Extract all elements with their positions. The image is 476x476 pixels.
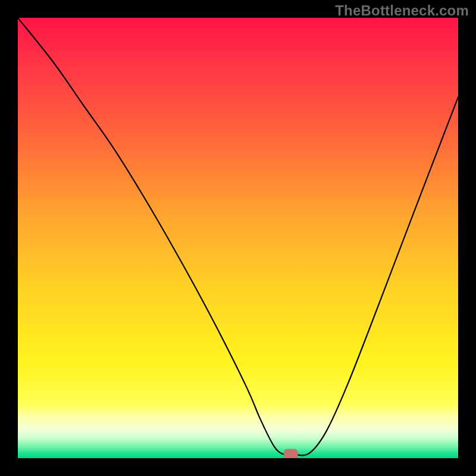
chart-frame: TheBottleneck.com [0,0,476,476]
optimal-marker [284,449,298,458]
watermark-text: TheBottleneck.com [335,2,469,19]
plot-area [18,18,458,458]
plot-svg [18,18,458,458]
gradient-background [18,18,458,458]
